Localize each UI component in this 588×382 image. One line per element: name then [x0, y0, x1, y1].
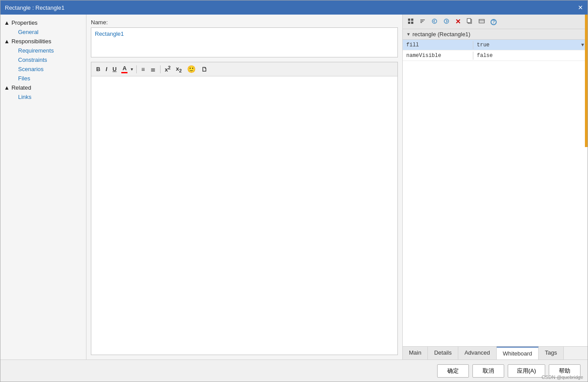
delete-x-icon: ✕ [455, 18, 461, 25]
props-grid-button[interactable] [405, 17, 416, 27]
sidebar-group-related-label: Related [11, 84, 31, 91]
props-row-namevisible[interactable]: nameVisible false [403, 50, 588, 61]
rich-content-area[interactable] [91, 76, 397, 355]
sidebar-item-links[interactable]: Links [0, 92, 86, 102]
bold-button[interactable]: B [94, 65, 102, 73]
name-label: Name: [91, 19, 398, 26]
tab-main-label: Main [409, 349, 421, 356]
sidebar-group-responsibilities-label: Responsibilities [11, 38, 51, 45]
props-dropdown-fill[interactable]: ▼ [581, 42, 584, 48]
image-insert-button[interactable]: 🗋 [199, 65, 210, 74]
color-bar [121, 72, 127, 73]
copy-icon [467, 18, 473, 24]
props-nav-forward-button[interactable] [441, 17, 452, 27]
dialog-footer: 确定 取消 应用(A) 帮助 [0, 359, 588, 382]
props-val-fill: true ▼ [473, 41, 588, 49]
props-extra-button[interactable] [476, 17, 487, 27]
props-copy-button[interactable] [464, 17, 475, 27]
arrow-icon-2: ▲ [4, 38, 10, 45]
props-delete-button[interactable]: ✕ [453, 16, 463, 27]
tab-details-label: Details [434, 349, 452, 356]
subscript-button[interactable]: x2 [174, 64, 184, 74]
svg-rect-0 [408, 19, 410, 21]
props-tree-header: ▼ rectangle (Rectangle1) [403, 29, 588, 40]
props-val-namevisible: false [473, 52, 588, 60]
sidebar-item-general[interactable]: General [0, 27, 86, 37]
svg-rect-2 [408, 22, 410, 24]
name-value: Rectangle1 [95, 30, 124, 37]
text-color-button[interactable]: A [120, 64, 129, 74]
sidebar-group-related[interactable]: ▲ Related [0, 83, 86, 92]
ordered-list-button[interactable]: ≣ [148, 65, 158, 74]
name-input-box[interactable]: Rectangle1 [91, 27, 398, 57]
emoji-button[interactable]: 🙂 [185, 64, 198, 74]
rich-text-area: B I U A ▼ ≡ ≣ [91, 62, 398, 355]
title-bar: Rectangle : Rectangle1 ✕ [0, 0, 588, 15]
unordered-list-button[interactable]: ≡ [139, 65, 147, 74]
apply-button[interactable]: 应用(A) [508, 364, 545, 378]
svg-rect-1 [411, 19, 413, 21]
grid-icon [408, 18, 414, 24]
sidebar-item-files-label: Files [18, 75, 30, 82]
props-sort-button[interactable] [417, 17, 428, 27]
svg-rect-3 [411, 22, 413, 24]
sidebar-item-requirements-label: Requirements [18, 47, 54, 54]
sidebar-item-links-label: Links [18, 94, 31, 100]
tab-main[interactable]: Main [403, 347, 428, 359]
confirm-button[interactable]: 确定 [437, 364, 469, 378]
props-nav-back-button[interactable] [429, 17, 440, 27]
props-toolbar: ✕ ? [403, 15, 588, 29]
props-table: fill true ▼ nameVisible false [403, 40, 588, 346]
props-val-fill-text: true [477, 42, 490, 48]
props-val-namevisible-text: false [477, 53, 493, 59]
svg-point-7 [432, 19, 437, 23]
svg-point-8 [444, 19, 449, 23]
close-button[interactable]: ✕ [578, 4, 583, 11]
superscript-button[interactable]: x2 [163, 64, 173, 74]
tab-whiteboard-label: Whiteboard [503, 350, 532, 357]
separator-1 [136, 65, 137, 73]
watermark: CSDN @quebridge [542, 374, 583, 380]
italic-button[interactable]: I [103, 65, 109, 73]
props-key-namevisible: nameVisible [403, 52, 473, 60]
sidebar-item-files[interactable]: Files [0, 74, 86, 83]
underline-button[interactable]: U [110, 65, 119, 73]
arrow-icon: ▲ [4, 19, 10, 26]
tab-advanced[interactable]: Advanced [458, 347, 497, 359]
sidebar-item-scenarios[interactable]: Scenarios [0, 64, 86, 74]
nav-forward-icon [443, 18, 449, 24]
rich-toolbar: B I U A ▼ ≡ ≣ [91, 62, 397, 76]
sidebar-item-constraints-label: Constraints [18, 57, 47, 63]
props-tree-header-label: rectangle (Rectangle1) [412, 31, 471, 38]
tab-whiteboard[interactable]: Whiteboard [497, 347, 539, 359]
sidebar-group-properties-label: Properties [11, 19, 37, 26]
sidebar-group-properties[interactable]: ▲ Properties [0, 18, 86, 27]
tab-tags[interactable]: Tags [539, 347, 563, 359]
extra-icon [479, 18, 485, 24]
sidebar-item-constraints[interactable]: Constraints [0, 55, 86, 64]
title-bar-title: Rectangle : Rectangle1 [5, 4, 64, 11]
tab-advanced-label: Advanced [464, 349, 490, 356]
props-help-button[interactable]: ? [488, 17, 499, 26]
main-panel: Name: Rectangle1 B I U A ▼ [86, 15, 402, 359]
cancel-button[interactable]: 取消 [472, 364, 504, 378]
edge-color-bar [585, 15, 588, 147]
tab-tags-label: Tags [545, 349, 557, 356]
nav-back-icon [431, 18, 438, 24]
sidebar: ▲ Properties General ▲ Responsibilities … [0, 15, 86, 359]
dialog-window: Rectangle : Rectangle1 ✕ ▲ Properties Ge… [0, 0, 588, 382]
sidebar-group-responsibilities[interactable]: ▲ Responsibilities [0, 37, 86, 46]
props-key-fill: fill [403, 41, 473, 49]
tab-details[interactable]: Details [428, 347, 458, 359]
sidebar-item-general-label: General [18, 29, 38, 35]
dialog-content: ▲ Properties General ▲ Responsibilities … [0, 15, 588, 359]
sort-icon [419, 18, 426, 24]
tree-collapse-icon: ▼ [406, 32, 411, 37]
props-row-fill[interactable]: fill true ▼ [403, 40, 588, 50]
svg-rect-11 [479, 19, 484, 23]
help-icon: ? [491, 19, 497, 25]
sidebar-item-requirements[interactable]: Requirements [0, 46, 86, 55]
color-dropdown-button[interactable]: ▼ [129, 66, 134, 72]
svg-rect-10 [467, 19, 471, 23]
props-tabs: Main Details Advanced Whiteboard Tags [403, 346, 588, 359]
